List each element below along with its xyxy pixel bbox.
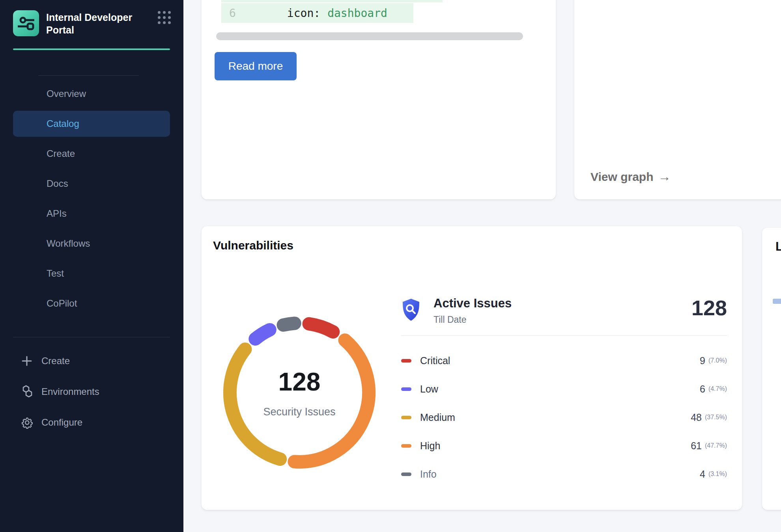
- apps-grid-icon[interactable]: [158, 11, 171, 24]
- partial-chart-bar: [773, 299, 781, 304]
- severity-percentage: (47.7%): [705, 442, 727, 449]
- active-issues-total: 128: [691, 296, 727, 320]
- active-issues-subtitle: Till Date: [433, 314, 512, 325]
- severity-label: Info: [420, 469, 437, 480]
- card-title: Vulnerabilities: [213, 239, 293, 252]
- donut-segment-low: [255, 330, 270, 339]
- sidebar-footer-item-create[interactable]: Create: [13, 348, 170, 374]
- severity-label: Medium: [420, 412, 455, 423]
- active-issues-title: Active Issues: [433, 296, 512, 311]
- sidebar-item-overview[interactable]: Overview: [13, 81, 170, 107]
- donut-segment-info: [284, 323, 295, 325]
- severity-legend: Critical9(7.0%)Low6(4.7%)Medium48(37.5%)…: [401, 346, 727, 488]
- severity-color-dash: [401, 416, 411, 419]
- app-title: Internal Developer Portal: [46, 10, 140, 36]
- severity-color-dash: [401, 387, 411, 391]
- severity-row-high: High61(47.7%): [401, 432, 727, 460]
- severity-label: Low: [420, 383, 438, 395]
- sidebar-footer-label: Create: [41, 355, 70, 366]
- gear-icon: [21, 416, 37, 429]
- code-key: icon:: [287, 7, 320, 20]
- sidebar-footer-menu: CreateEnvironmentsConfigure: [13, 348, 170, 441]
- panel-divider: [401, 335, 727, 336]
- code-line-partial: [221, 0, 443, 2]
- severity-label: Critical: [420, 355, 450, 366]
- security-issues-donut-chart: [222, 315, 377, 470]
- sidebar-item-test[interactable]: Test: [13, 260, 170, 286]
- sidebar-item-workflows[interactable]: Workflows: [13, 231, 170, 257]
- severity-row-low: Low6(4.7%): [401, 375, 727, 403]
- sidebar-item-create[interactable]: Create: [13, 141, 170, 167]
- app-logo-icon: [13, 10, 39, 36]
- severity-count: 6: [700, 383, 705, 395]
- plus-icon: [21, 355, 37, 367]
- severity-count: 9: [700, 355, 705, 366]
- code-line: 6 icon: dashboard: [221, 3, 413, 23]
- sidebar-item-docs[interactable]: Docs: [13, 171, 170, 197]
- severity-percentage: (4.7%): [708, 385, 727, 392]
- shield-search-icon: [401, 298, 421, 322]
- severity-row-info: Info4(3.1%): [401, 460, 727, 488]
- sidebar-footer-item-configure[interactable]: Configure: [13, 410, 170, 435]
- sidebar-item-catalog[interactable]: Catalog: [13, 111, 170, 137]
- active-issues-header: Active Issues Till Date 128: [401, 296, 727, 325]
- severity-color-dash: [401, 444, 411, 448]
- graph-card: View graph →: [574, 0, 781, 199]
- sidebar-item-apis[interactable]: APIs: [13, 201, 170, 227]
- sidebar-footer-item-environments[interactable]: Environments: [13, 379, 170, 404]
- brand-header: Internal Developer Portal: [13, 10, 171, 36]
- sidebar-menu: OverviewCatalogCreateDocsAPIsWorkflowsTe…: [13, 81, 170, 320]
- sidebar-footer-label: Environments: [41, 386, 99, 397]
- read-more-button[interactable]: Read more: [215, 52, 297, 80]
- sidebar-accent-bar: [13, 48, 170, 50]
- view-graph-label: View graph: [590, 170, 654, 184]
- view-graph-link[interactable]: View graph →: [590, 169, 671, 184]
- code-preview-card: 6 icon: dashboard Read more: [202, 0, 556, 199]
- severity-count: 4: [700, 469, 705, 480]
- arrow-right-icon: →: [658, 169, 671, 184]
- severity-percentage: (3.1%): [708, 471, 727, 478]
- severity-color-dash: [401, 359, 411, 363]
- severity-row-critical: Critical9(7.0%): [401, 346, 727, 375]
- severity-percentage: (7.0%): [708, 357, 727, 364]
- donut-segment-medium: [230, 349, 280, 459]
- severity-color-dash: [401, 472, 411, 476]
- code-value: dashboard: [327, 7, 387, 20]
- severity-percentage: (37.5%): [705, 414, 727, 421]
- severity-row-medium: Medium48(37.5%): [401, 403, 727, 432]
- code-line-number: 6: [229, 7, 236, 20]
- severity-label: High: [420, 440, 440, 452]
- sidebar-divider: [13, 337, 170, 337]
- sidebar-divider: [38, 75, 139, 76]
- donut-segment-high: [294, 340, 369, 462]
- sidebar: Internal Developer Portal OverviewCatalo…: [0, 0, 183, 532]
- severity-count: 61: [691, 440, 702, 452]
- partial-card-title: L: [775, 240, 781, 254]
- vulnerabilities-card: Vulnerabilities 128 Security Issues: [202, 226, 742, 510]
- horizontal-scrollbar[interactable]: [216, 32, 523, 40]
- active-issues-panel: Active Issues Till Date 128 Critical9(7.…: [401, 296, 727, 488]
- partial-right-card: L: [762, 228, 781, 510]
- severity-count: 48: [691, 412, 702, 423]
- sidebar-footer-label: Configure: [41, 417, 82, 428]
- hexagons-icon: [21, 385, 37, 398]
- sidebar-item-copilot[interactable]: CoPilot: [13, 290, 170, 316]
- donut-segment-critical: [309, 324, 333, 332]
